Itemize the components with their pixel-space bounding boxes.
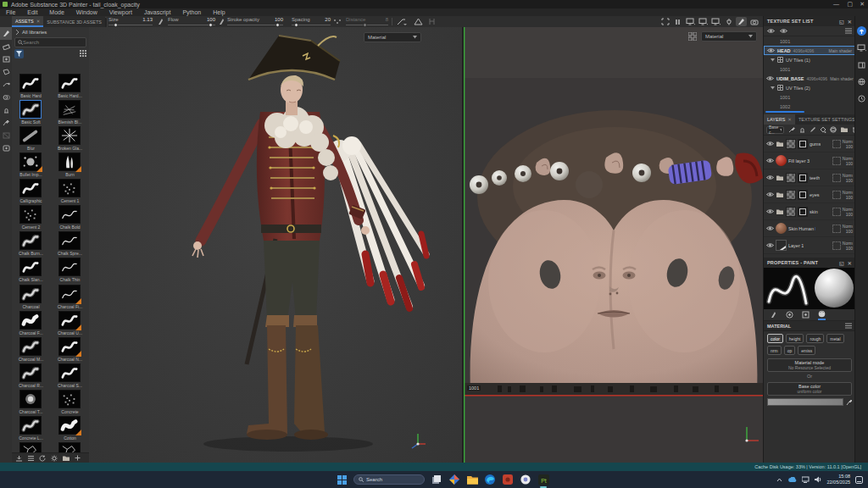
texture-set-row[interactable]: 1001 [764, 36, 855, 46]
opacity-dropdown[interactable]: 100 [846, 161, 853, 166]
quick-mask-tool[interactable] [0, 129, 12, 141]
brush-item[interactable]: Chalk Burn... [12, 230, 50, 257]
toolbar-field-stroke-opacity[interactable]: Stroke opacity100 [227, 16, 283, 27]
uv-grid-icon[interactable] [688, 32, 697, 41]
material-picker-tool[interactable] [0, 116, 12, 129]
toolbar-field-distance[interactable]: Distance8 [346, 16, 388, 27]
menu-mode[interactable]: Mode [43, 9, 70, 15]
menu-viewport[interactable]: Viewport [103, 9, 138, 15]
close-icon[interactable]: ✕ [848, 19, 852, 25]
projection-tool[interactable] [0, 53, 12, 65]
material-visibility-icon[interactable] [767, 28, 775, 34]
frame-view-icon[interactable] [659, 17, 670, 26]
brush-stencil-icon[interactable] [219, 18, 225, 25]
grayscale-tab-icon[interactable] [786, 311, 793, 319]
brush-item[interactable]: Concrete [51, 389, 89, 415]
layer-row[interactable]: eyesNorm100 [764, 186, 855, 203]
opacity-dropdown[interactable]: 100 [846, 229, 853, 234]
filter-icon[interactable] [14, 49, 24, 58]
app-red-icon[interactable] [502, 474, 514, 485]
brush-item[interactable]: Charcoal T... [12, 389, 50, 415]
mirror-symmetry-icon[interactable] [427, 18, 437, 25]
dock-icon[interactable]: ◱ [839, 260, 844, 266]
brush-item[interactable]: Blur [12, 125, 50, 152]
library-selector[interactable]: All libraries [12, 27, 89, 36]
task-view-icon[interactable] [431, 474, 442, 485]
toolbar-field-size[interactable]: Size1.13 [108, 16, 153, 27]
viewport-3d[interactable]: Material [89, 27, 462, 463]
base-color-button[interactable]: Base color uniform color [767, 382, 852, 396]
brush-alpha-icon[interactable] [158, 18, 164, 25]
tray-chevron-icon[interactable] [776, 478, 782, 482]
close-icon[interactable]: ✕ [787, 117, 792, 122]
menu-window[interactable]: Window [70, 9, 103, 15]
texture-set-row[interactable]: UV Tiles (1) [764, 55, 855, 64]
material-tab-icon[interactable] [818, 310, 826, 320]
eye-icon[interactable] [766, 242, 774, 248]
opacity-dropdown[interactable]: 100 [846, 144, 853, 149]
close-icon[interactable]: ✕ [36, 19, 41, 24]
refresh-icon[interactable] [39, 455, 47, 462]
layer-row[interactable]: Skin Human FlatNorm100 [764, 220, 855, 237]
brush-item[interactable]: Concrete L... [12, 415, 50, 441]
brush-item[interactable]: Chalk Slan... [12, 257, 50, 283]
pause-engine-icon[interactable] [672, 17, 683, 26]
start-icon[interactable] [336, 474, 348, 485]
eye-icon[interactable] [766, 175, 774, 180]
layer-row[interactable]: Layer 1Norm100 [764, 237, 855, 254]
speaker-icon[interactable] [815, 476, 821, 483]
viewport-2d[interactable]: 1001 Material [464, 27, 763, 463]
sphere-icon[interactable] [830, 126, 837, 133]
dock-icon[interactable]: ◱ [839, 19, 844, 25]
brush-item[interactable]: Charcoal U... [51, 310, 89, 336]
brush-item[interactable]: Charcoal F... [12, 310, 50, 336]
taskbar-clock[interactable]: 15:08 22/05/2025 [826, 474, 850, 485]
brush-item[interactable]: Basic Hard [12, 73, 50, 99]
folder-icon[interactable] [840, 126, 849, 133]
file-explorer-icon[interactable] [466, 474, 478, 485]
import-resource-icon[interactable] [15, 455, 23, 462]
physical-tab-icon[interactable] [771, 311, 777, 319]
lazy-mouse-icon[interactable] [397, 18, 407, 25]
brush-item[interactable]: Charcoal [12, 284, 50, 310]
share-assets-icon[interactable] [857, 26, 866, 36]
shader-mode-dropdown-2d[interactable]: Material [701, 31, 757, 42]
brush-item[interactable]: Charcoal S... [51, 363, 89, 389]
close-button[interactable]: ✕ [860, 1, 865, 8]
brush-item[interactable]: Cement 1 [51, 178, 89, 204]
channel-height-button[interactable]: height [786, 334, 804, 343]
opacity-dropdown[interactable]: 100 [846, 212, 853, 217]
paint-mode-icon[interactable] [736, 17, 747, 26]
texture-set-row[interactable]: 1001 [764, 92, 855, 102]
toolbar-field-spacing[interactable]: Spacing20 [292, 16, 331, 27]
texture-set-shader[interactable]: Main shader [830, 76, 854, 81]
channel-filter-dropdown[interactable]: Base c... [766, 126, 784, 134]
eye-icon[interactable] [766, 191, 774, 197]
tab-assets[interactable]: ASSETS✕ [12, 16, 43, 27]
display-settings-icon[interactable] [685, 17, 696, 26]
notification-center-icon[interactable] [855, 476, 863, 484]
texture-set-shader[interactable]: Main shader [828, 48, 852, 53]
toolbar-field-flow[interactable]: Flow100 [168, 16, 215, 27]
menu-javascript[interactable]: Javascript [138, 9, 177, 15]
stamp-tool[interactable] [0, 103, 12, 116]
menu-python[interactable]: Python [176, 9, 207, 15]
chevron-down-icon[interactable] [771, 58, 775, 62]
brush-item[interactable]: Basic Soft [12, 99, 50, 125]
photos-icon[interactable] [448, 474, 460, 485]
tab-texture-set-settings[interactable]: TEXTURE SET SETTINGS [795, 114, 859, 125]
substance-painter-icon[interactable]: Pt [537, 474, 549, 485]
brush-item[interactable]: Charcoal Fi... [51, 284, 89, 310]
menu-edit[interactable]: Edit [21, 9, 43, 15]
clone-tool[interactable] [0, 91, 12, 103]
channel-emiss-button[interactable]: emiss [798, 346, 815, 355]
eye-icon[interactable] [766, 208, 774, 214]
texture-set-row[interactable]: 1001 [764, 64, 855, 74]
resources-updater-tool[interactable] [0, 141, 12, 154]
device-icon[interactable] [802, 476, 810, 483]
opacity-dropdown[interactable]: 100 [846, 178, 853, 183]
settings-icon[interactable] [51, 455, 58, 462]
mesh-visibility-icon[interactable] [780, 28, 787, 34]
brush-item[interactable]: Charcoal N... [51, 336, 89, 363]
texture-set-row[interactable]: UV Tiles (2) [764, 83, 855, 92]
